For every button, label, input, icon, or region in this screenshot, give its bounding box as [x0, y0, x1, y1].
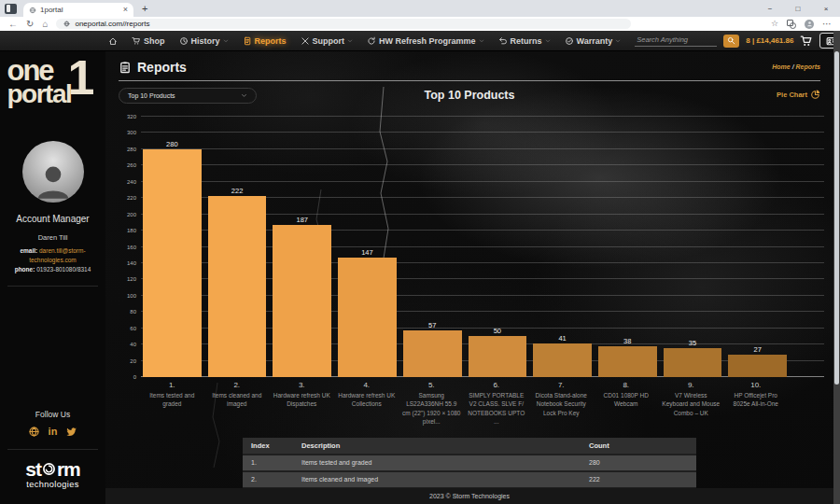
breadcrumb-reports[interactable]: Reports [796, 63, 820, 70]
bar-slot-9: 35 [664, 339, 722, 377]
browser-home-button[interactable]: ⌂ [42, 20, 48, 29]
x-tick-2: 2.Items cleaned and imaged [208, 381, 267, 427]
search-button[interactable] [723, 35, 739, 48]
nav-item-shop[interactable]: Shop [132, 36, 165, 46]
reports-clipboard-icon [119, 61, 132, 74]
x-tick-label: Hardware refresh UK Dispatches [273, 391, 331, 409]
follow-us-heading: Follow Us [0, 410, 105, 419]
table-cell: 2. [243, 471, 293, 488]
nav-item-warranty[interactable]: Warranty [565, 36, 622, 46]
x-tick-label: Samsung LS22A336NH 55.9 cm (22") 1920 × … [402, 391, 461, 427]
y-tick-label: 200 [127, 212, 136, 217]
chevron-down-icon [347, 38, 353, 44]
search-input[interactable] [635, 35, 717, 47]
x-tick-6: 6.SIMPLY PORTABLE V2 CLASS. SLVE F/ NOTE… [468, 381, 526, 427]
browser-profile-avatar[interactable] [805, 20, 814, 29]
table-cell: Items cleaned and imaged [293, 471, 581, 488]
minimize-button[interactable]: − [756, 5, 784, 13]
bar-7[interactable] [533, 343, 592, 377]
basket-total: 8 | £14,461.86 [746, 36, 793, 45]
bar-1[interactable] [143, 149, 202, 377]
logo-digit: 1 [68, 56, 95, 99]
page-title: Reports [137, 60, 187, 75]
nav-item-home[interactable] [108, 36, 118, 46]
bar-value-label: 222 [231, 187, 244, 195]
twitter-icon[interactable] [65, 426, 77, 438]
scrollbar-thumb[interactable] [834, 51, 839, 385]
storm-logo-rm: rm [57, 459, 80, 479]
refresh-button[interactable]: ↻ [26, 20, 34, 29]
bar-5[interactable] [403, 330, 462, 377]
bar-10[interactable] [728, 355, 787, 377]
dropdown-selected-value: Top 10 Products [128, 92, 175, 99]
x-tick-rank: 2. [208, 381, 267, 389]
bar-slot-7: 41 [533, 334, 592, 377]
x-axis-labels: 1.Items tested and graded2.Items cleaned… [141, 381, 824, 427]
bar-slot-10: 27 [728, 345, 787, 377]
chevron-down-icon [241, 92, 247, 99]
profile-person-icon [806, 21, 813, 27]
email-link[interactable]: daren.till@storm-technologies.com [29, 247, 85, 263]
reports-page: Reports Home / Reports Top 10 Products T… [105, 51, 833, 504]
summary-table-wrap: IndexDescriptionCount 1.Items tested and… [243, 438, 696, 495]
nav-item-support[interactable]: Support [301, 36, 354, 46]
nav-item-hw-refresh-programme[interactable]: HW Refresh Programme [367, 36, 484, 46]
x-tick-rank: 6. [468, 381, 526, 389]
favorite-star-icon[interactable]: ☆ [771, 20, 778, 28]
nav-item-returns[interactable]: Returns [498, 36, 551, 46]
browser-tab[interactable]: 1portal × [23, 3, 133, 17]
collections-icon[interactable] [787, 20, 796, 29]
bar-3[interactable] [273, 225, 331, 377]
browser-workspace-icon[interactable] [5, 4, 17, 14]
avatar-person-icon [32, 160, 75, 203]
nav-item-label: Reports [255, 36, 287, 46]
x-tick-label: Hardware refresh UK Collections [338, 391, 397, 409]
oneportal-logo[interactable]: one 1 portal [7, 59, 99, 105]
maximize-button[interactable]: □ [784, 5, 812, 13]
tab-close-icon[interactable]: × [123, 6, 128, 14]
bar-slot-5: 57 [403, 321, 462, 377]
address-bar[interactable]: oneportal.com//reports [56, 19, 631, 29]
website-globe-icon[interactable] [28, 426, 40, 438]
close-window-button[interactable]: × [812, 5, 840, 13]
linkedin-icon[interactable]: in [49, 427, 58, 437]
table-cell: 1. [243, 455, 293, 471]
x-tick-4: 4.Hardware refresh UK Collections [338, 381, 397, 427]
bar-6[interactable] [469, 336, 527, 377]
nav-item-label: Returns [511, 36, 542, 46]
bar-slot-2: 222 [208, 187, 267, 377]
y-tick-label: 20 [130, 358, 136, 364]
x-tick-1: 1.Items tested and graded [143, 381, 202, 427]
browser-menu-icon[interactable]: ⋯ [822, 20, 832, 29]
page-scrollbar[interactable] [833, 31, 840, 504]
footer-text: 2023 © Storm Technologies [429, 493, 510, 499]
table-cell: 280 [581, 455, 696, 471]
sidebar: one 1 portal Account Manager Daren Till … [0, 51, 105, 504]
pie-chart-link[interactable]: Pie Chart [777, 90, 820, 100]
bar-value-label: 38 [623, 337, 631, 345]
bar-2[interactable] [208, 196, 267, 377]
y-tick-label: 220 [127, 195, 136, 201]
x-tick-8: 8.CD01 1080P HD Webcam [597, 381, 656, 427]
x-tick-9: 9.V7 Wireless Keyboard and Mouse Combo –… [662, 381, 721, 427]
table-row-1[interactable]: 1.Items tested and graded280 [243, 455, 696, 471]
table-row-2[interactable]: 2.Items cleaned and imaged222 [243, 471, 696, 488]
bars-container: 280222187147575041383527 [141, 117, 824, 377]
x-tick-rank: 3. [273, 381, 331, 389]
nav-item-history[interactable]: History [179, 36, 229, 46]
report-type-dropdown[interactable]: Top 10 Products [119, 88, 257, 104]
x-tick-label: V7 Wireless Keyboard and Mouse Combo – U… [662, 391, 721, 417]
nav-item-reports[interactable]: Reports [243, 36, 287, 46]
chevron-down-icon [223, 38, 229, 44]
y-tick-label: 100 [127, 293, 136, 299]
main-nav-bar: ShopHistoryReportsSupportHW Refresh Prog… [0, 31, 840, 51]
bar-4[interactable] [338, 258, 397, 377]
cart-button[interactable] [800, 35, 813, 48]
new-tab-button[interactable]: + [142, 4, 147, 14]
bar-9[interactable] [664, 348, 722, 377]
cart-icon [800, 35, 813, 48]
breadcrumb-home[interactable]: Home [772, 63, 790, 70]
bar-8[interactable] [598, 346, 657, 377]
back-button[interactable]: ← [8, 20, 18, 29]
pie-chart-label: Pie Chart [777, 91, 807, 99]
